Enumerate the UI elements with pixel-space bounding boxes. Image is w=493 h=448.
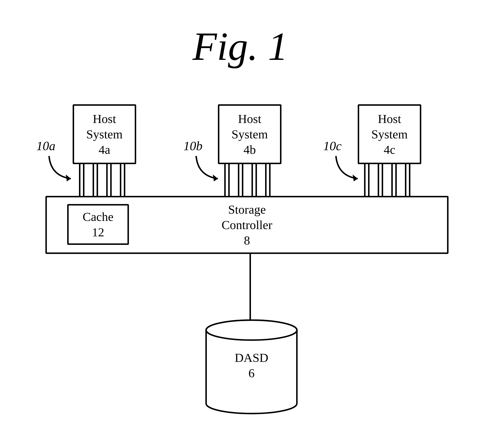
diagram-canvas: Fig. 1 Storage Controller 8 Cache 12 Hos… [0, 0, 493, 448]
host-4b-channel-4 [265, 164, 270, 196]
host-4c-line3: 4c [359, 142, 420, 157]
host-4c-box: Host System 4c [358, 104, 421, 164]
dasd-text: DASD 6 [203, 350, 300, 381]
host-4c-line1: Host [359, 111, 420, 127]
ref-10b-arrow [192, 152, 225, 185]
host-4c-channel-3 [391, 164, 397, 196]
svg-point-1 [206, 320, 297, 340]
host-4c-channel-2 [378, 164, 383, 196]
storage-to-dasd-line [249, 254, 251, 321]
cache-line1: Cache [69, 209, 127, 224]
host-4a-channel-1 [79, 164, 84, 196]
host-4b-box: Host System 4b [218, 104, 281, 164]
host-4a-line1: Host [74, 111, 135, 127]
dasd-line1: DASD [235, 351, 268, 364]
ref-10c-arrow [332, 152, 365, 185]
ref-10c-label: 10c [323, 139, 342, 153]
host-4a-channel-2 [93, 164, 98, 196]
ref-10b-label: 10b [183, 139, 202, 153]
host-4b-line3: 4b [219, 142, 280, 157]
host-4b-line1: Host [219, 111, 280, 127]
host-4c-channel-4 [405, 164, 410, 196]
cache-box: Cache 12 [67, 204, 129, 245]
host-4a-channel-4 [120, 164, 125, 196]
ref-10a-label: 10a [36, 139, 55, 153]
host-4a-line2: System [74, 127, 135, 142]
figure-title: Fig. 1 [192, 24, 288, 69]
ref-10a-arrow [45, 152, 78, 185]
host-4a-line3: 4a [74, 142, 135, 157]
host-4a-box: Host System 4a [73, 104, 136, 164]
host-4b-line2: System [219, 127, 280, 142]
cache-line2: 12 [69, 224, 127, 240]
host-4c-line2: System [359, 127, 420, 142]
host-4b-channel-3 [251, 164, 257, 196]
host-4a-channel-3 [106, 164, 112, 196]
dasd-line2: 6 [248, 366, 255, 380]
host-4b-channel-2 [238, 164, 243, 196]
